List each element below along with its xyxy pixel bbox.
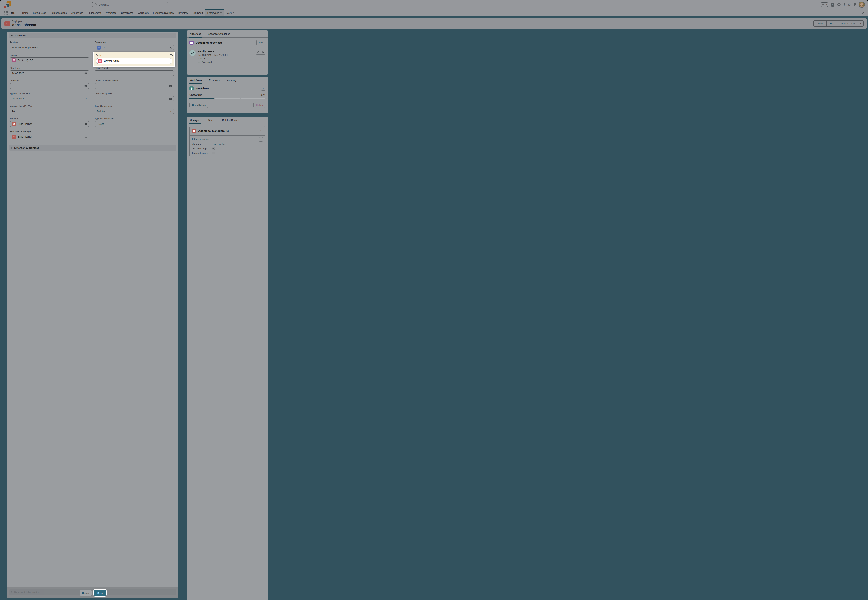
tab-inventory-panel[interactable]: Inventory [226, 78, 237, 84]
start-date-input[interactable]: 14.08.2023 [10, 70, 89, 76]
first-line-manager-link[interactable]: 1st line manager [192, 138, 210, 141]
add-absence-button[interactable]: Add [256, 40, 265, 45]
remove-location-icon[interactable] [85, 59, 87, 61]
absences-card: Absences Absence Categories Upcoming abs… [186, 30, 268, 75]
notice-period-input[interactable] [95, 70, 174, 76]
calendar-icon[interactable] [169, 85, 172, 87]
field-manager: Manager Elias Fischer [10, 118, 89, 127]
caret-down-icon: ▼ [85, 98, 87, 100]
person-icon [12, 122, 16, 126]
workflow-caret-button[interactable]: ▼ [261, 86, 265, 91]
right-sidebar: Absences Absence Categories Upcoming abs… [186, 30, 268, 159]
vacation-days-input[interactable]: 28 [10, 109, 89, 114]
tab-managers-panel[interactable]: Managers [189, 118, 201, 124]
employee-record-icon [5, 21, 10, 26]
edit-pencil-icon[interactable] [256, 50, 261, 55]
remove-department-icon[interactable] [170, 47, 172, 48]
tab-workplace[interactable]: Workplace [103, 9, 119, 17]
tab-workflows[interactable]: Workflows [136, 9, 151, 17]
location-lookup[interactable]: Berlin HQ, DE [10, 58, 89, 63]
entity-lookup[interactable]: German Office [96, 58, 173, 64]
calendar-icon[interactable] [169, 97, 172, 100]
type-employment-select[interactable]: Permanent ▼ [10, 96, 89, 102]
end-probation-input[interactable] [95, 83, 174, 89]
record-header: Employee Anna Johnson Delete Edit Printa… [2, 18, 272, 29]
delete-workflow-button[interactable]: Delete [253, 102, 265, 108]
delete-x-icon[interactable] [261, 50, 265, 55]
tab-home[interactable]: Home [20, 9, 31, 17]
section-contract[interactable]: Contract [9, 33, 176, 38]
person-icon [12, 135, 16, 139]
absence-date-range: Di., 13.02.24 – Do., 22.02.24 [198, 54, 228, 56]
tab-compliance[interactable]: Compliance [119, 9, 136, 17]
tab-more[interactable]: More ▼ [224, 9, 237, 17]
manager-name-link[interactable]: Elias Fischer [212, 143, 225, 145]
workflows-title: Workflows [195, 87, 259, 90]
tab-related-records-panel[interactable]: Related Records [222, 118, 241, 124]
calendar-icon[interactable] [84, 72, 87, 75]
tab-expenses-overview[interactable]: Expenses Overview [151, 9, 176, 17]
field-type-employment: Type of Employment Permanent ▼ [10, 92, 89, 102]
absences-tabs: Absences Absence Categories [186, 30, 268, 38]
remove-manager-icon[interactable] [85, 123, 87, 125]
upcoming-absences-title: Upcoming absences [195, 41, 254, 44]
workflow-progress-bar [189, 98, 265, 99]
approved-check-icon [198, 61, 200, 63]
tab-absences[interactable]: Absences [189, 32, 201, 38]
type-occupation-select[interactable]: --None-- ▼ [95, 121, 174, 127]
field-entity: Entity German Office [95, 54, 174, 64]
calendar-icon[interactable] [84, 85, 87, 87]
clipboard-icon [189, 86, 194, 91]
caret-down-icon: ▼ [170, 123, 172, 125]
tab-attendance[interactable]: Attendance [69, 9, 85, 17]
field-notice-period: Notice Period [95, 67, 174, 76]
caret-down-icon: ▼ [170, 111, 172, 112]
department-lookup[interactable]: IT [95, 45, 174, 50]
tab-teams-panel[interactable]: Teams [208, 118, 215, 124]
absence-item-actions [256, 50, 265, 55]
managers-caret-button[interactable]: ▼ [259, 129, 263, 133]
field-time-commitment: Time Commitment Full time ▼ [95, 105, 174, 114]
workflow-name: Onboarding [189, 94, 202, 96]
global-header: Search... ★ ▼ + ? ⚙ [0, 0, 272, 9]
field-start-date: Start Date 14.08.2023 [10, 67, 89, 76]
tab-workflows-panel[interactable]: Workflows [189, 78, 202, 84]
manager-lookup[interactable]: Elias Fischer [10, 121, 89, 127]
chevron-down-icon [220, 12, 222, 14]
chevron-down-icon [11, 35, 13, 36]
time-commitment-select[interactable]: Full time ▼ [95, 109, 174, 114]
app-window: Search... ★ ▼ + ? ⚙ HR Home Staff & Docs… [0, 0, 272, 159]
tab-compensations[interactable]: Compensations [48, 9, 69, 17]
position-input[interactable]: Manager IT Department [10, 45, 89, 50]
open-details-button[interactable]: Open Details [189, 102, 208, 108]
tab-engagement[interactable]: Engagement [85, 9, 103, 17]
field-performance-manager: Performance Manager Elias Fischer [10, 130, 89, 139]
end-date-input[interactable] [10, 83, 89, 89]
app-nav-bar: HR Home Staff & Docs Compensations Atten… [0, 9, 272, 17]
additional-managers-box: Additional Managers (1) ▼ 1st line manag… [189, 126, 265, 157]
tab-employees-active[interactable]: Employees [205, 9, 224, 17]
last-working-day-input[interactable] [95, 96, 174, 102]
time-entries-checkbox[interactable] [212, 152, 215, 155]
caret-down-icon: ▼ [233, 12, 235, 14]
manager-row-label: Manager: [192, 143, 212, 145]
app-launcher-icon[interactable] [5, 11, 8, 15]
tab-org-chart[interactable]: Org Chart [190, 9, 205, 17]
performance-manager-lookup[interactable]: Elias Fischer [10, 134, 89, 139]
tab-absence-categories[interactable]: Absence Categories [208, 32, 230, 38]
app-name: HR [11, 11, 15, 15]
workflows-card: Workflows Expenses Inventory Workflows ▼… [186, 77, 268, 113]
tab-staff-docs[interactable]: Staff & Docs [31, 9, 48, 17]
remove-performance-manager-icon[interactable] [85, 136, 87, 138]
tab-expenses-panel[interactable]: Expenses [209, 78, 220, 84]
section-emergency-contact[interactable]: Emergency Contact [9, 145, 176, 150]
global-search-input[interactable]: Search... [92, 2, 168, 8]
manager-row-caret-button[interactable]: ▼ [259, 137, 263, 142]
employee-edit-card: Contract Position Manager IT Department … [7, 32, 179, 159]
record-type-label: Employee [12, 20, 36, 23]
absences-approver-checkbox[interactable] [212, 147, 215, 150]
undo-icon[interactable] [170, 54, 173, 57]
remove-entity-icon[interactable] [168, 60, 170, 62]
tab-inventory[interactable]: Inventory [176, 9, 191, 17]
absence-status: Approved [202, 61, 212, 64]
